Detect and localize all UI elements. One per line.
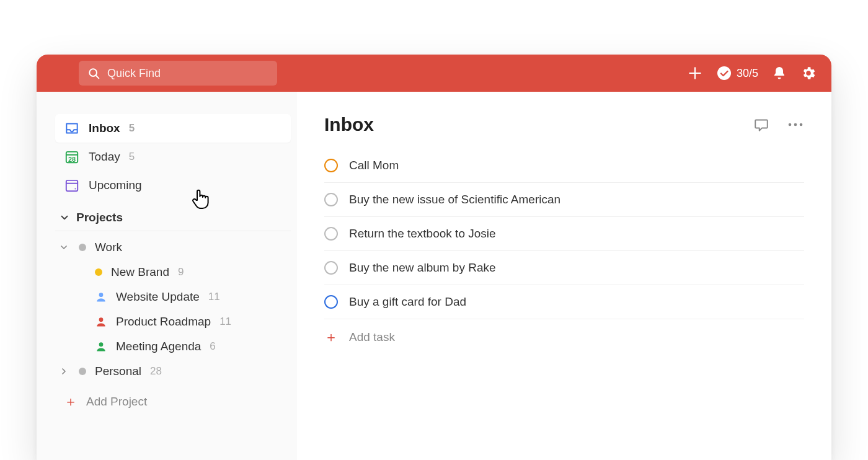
sidebar-item-label: Today — [89, 150, 120, 164]
person-icon — [95, 340, 107, 353]
person-icon — [95, 291, 107, 303]
topbar: 30/5 — [37, 55, 831, 92]
project-count: 28 — [150, 365, 162, 378]
project-meeting-agenda[interactable]: Meeting Agenda 6 — [55, 334, 291, 359]
project-personal[interactable]: Personal 28 — [55, 359, 291, 384]
task-row[interactable]: Call Mom — [324, 149, 804, 183]
chevron-down-icon[interactable] — [58, 241, 70, 254]
svg-point-21 — [800, 123, 803, 126]
svg-point-19 — [789, 123, 792, 126]
svg-point-18 — [99, 342, 104, 347]
comments-icon[interactable] — [753, 117, 769, 133]
inbox-icon — [64, 120, 80, 136]
sidebar-item-count: 5 — [129, 122, 135, 135]
task-row[interactable]: Buy a gift card for Dad — [324, 285, 804, 319]
plus-icon: ＋ — [324, 330, 338, 344]
spacer — [74, 291, 86, 303]
check-circle-icon — [717, 66, 732, 81]
project-label: Website Update — [116, 290, 200, 304]
sidebar: Inbox 528Today 5Upcoming Projects WorkNe… — [37, 92, 297, 460]
sidebar-item-inbox[interactable]: Inbox 5 — [55, 114, 291, 143]
upcoming-icon — [64, 177, 80, 193]
sidebar-item-count: 5 — [129, 151, 135, 163]
add-task-label: Add task — [349, 330, 395, 344]
app-frame: 30/5 Inbox 528Today 5Upcoming — [37, 55, 831, 460]
task-text: Buy a gift card for Dad — [349, 295, 466, 309]
content: Inbox Call M — [297, 92, 831, 460]
task-row[interactable]: Return the textbook to Josie — [324, 217, 804, 251]
project-label: New Brand — [111, 265, 169, 279]
task-checkbox[interactable] — [324, 193, 338, 206]
sidebar-item-label: Upcoming — [89, 179, 142, 192]
search-input[interactable] — [106, 66, 268, 81]
svg-point-4 — [717, 66, 731, 80]
svg-text:28: 28 — [68, 156, 76, 163]
task-text: Buy the new issue of Scientific American — [349, 193, 560, 206]
task-checkbox[interactable] — [324, 159, 338, 172]
projects-label: Projects — [76, 211, 123, 224]
project-work[interactable]: Work — [55, 235, 291, 260]
quick-add-icon[interactable] — [687, 65, 703, 81]
notifications-icon[interactable] — [772, 66, 787, 81]
search-icon — [87, 67, 100, 79]
karma-count: 30/5 — [737, 67, 758, 80]
more-options-icon[interactable] — [787, 122, 804, 128]
sidebar-item-today[interactable]: 28Today 5 — [55, 143, 291, 171]
main: Inbox 528Today 5Upcoming Projects WorkNe… — [37, 92, 831, 460]
project-product-roadmap[interactable]: Product Roadmap 11 — [55, 309, 291, 334]
task-checkbox[interactable] — [324, 227, 338, 241]
task-row[interactable]: Buy the new issue of Scientific American — [324, 183, 804, 217]
projects-header[interactable]: Projects — [55, 200, 291, 231]
svg-point-17 — [99, 317, 104, 322]
svg-rect-8 — [66, 180, 78, 191]
spacer — [74, 340, 86, 353]
svg-point-16 — [99, 293, 104, 297]
project-label: Meeting Agenda — [116, 340, 201, 353]
project-count: 11 — [219, 316, 231, 328]
project-color-dot — [79, 244, 86, 251]
project-label: Product Roadmap — [116, 315, 211, 329]
task-text: Return the textbook to Josie — [349, 227, 496, 241]
person-icon — [95, 316, 107, 328]
task-checkbox[interactable] — [324, 261, 338, 275]
svg-line-1 — [96, 76, 99, 79]
svg-point-20 — [794, 123, 797, 126]
sidebar-item-label: Inbox — [89, 122, 120, 135]
menu-icon[interactable] — [51, 66, 69, 81]
productivity-karma[interactable]: 30/5 — [717, 66, 758, 81]
sidebar-item-upcoming[interactable]: Upcoming — [55, 171, 291, 200]
project-count: 9 — [178, 266, 184, 278]
project-website-update[interactable]: Website Update 11 — [55, 285, 291, 309]
project-count: 6 — [210, 340, 215, 353]
task-row[interactable]: Buy the new album by Rake — [324, 251, 804, 285]
spacer — [74, 316, 86, 328]
add-project-label: Add Project — [86, 395, 147, 409]
plus-icon: ＋ — [64, 395, 78, 409]
task-checkbox[interactable] — [324, 295, 338, 309]
project-new-brand[interactable]: New Brand 9 — [55, 260, 291, 285]
chevron-down-icon — [59, 212, 70, 223]
add-task[interactable]: ＋ Add task — [324, 319, 804, 355]
project-color-dot — [79, 368, 86, 375]
view-title: Inbox — [324, 114, 753, 135]
project-label: Personal — [95, 365, 141, 378]
chevron-right-icon[interactable] — [58, 365, 70, 378]
quick-find[interactable] — [79, 61, 277, 86]
add-project[interactable]: ＋ Add Project — [55, 384, 291, 409]
today-icon: 28 — [64, 149, 80, 165]
settings-icon[interactable] — [800, 65, 817, 81]
task-text: Call Mom — [349, 159, 399, 172]
project-count: 11 — [208, 291, 220, 303]
project-color-dot — [95, 268, 102, 276]
spacer — [74, 266, 86, 278]
project-label: Work — [95, 241, 122, 254]
task-text: Buy the new album by Rake — [349, 261, 496, 275]
